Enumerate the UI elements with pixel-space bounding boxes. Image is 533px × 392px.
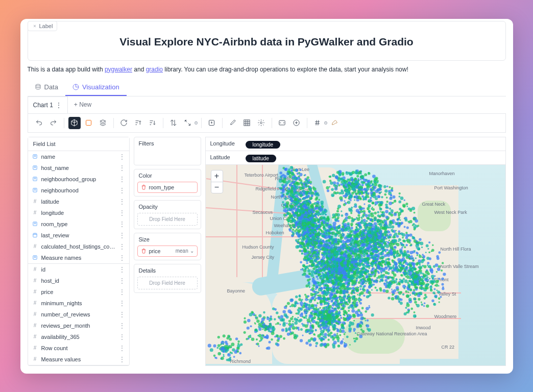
sort-asc-button[interactable] [132, 117, 144, 129]
field-more-icon[interactable]: ⋮ [119, 187, 125, 194]
field-more-icon[interactable]: ⋮ [119, 243, 125, 250]
field-more-icon[interactable]: ⋮ [119, 198, 125, 205]
label-badge-text: Label [39, 23, 53, 29]
field-more-icon[interactable]: ⋮ [119, 232, 125, 239]
category-icon [32, 255, 38, 261]
chart-tab-menu-icon[interactable]: ⋮ [55, 101, 62, 109]
hash-button[interactable] [311, 117, 324, 129]
field-more-icon[interactable]: ⋮ [119, 288, 125, 296]
field-item-measure-names[interactable]: Measure names⋮ [28, 252, 129, 263]
table-button[interactable] [241, 117, 253, 129]
map-canvas[interactable]: + − [206, 165, 505, 365]
remove-icon[interactable] [141, 184, 147, 190]
axis-swap-button[interactable] [167, 117, 180, 129]
field-item-id[interactable]: #id⋮ [28, 264, 129, 275]
resize-button[interactable] [182, 117, 194, 129]
chart-icon [72, 84, 79, 90]
opacity-shelf[interactable]: Opacity Drop Field Here [134, 200, 201, 229]
filters-shelf[interactable]: Filters [134, 137, 201, 165]
zoom-out-button[interactable]: − [211, 182, 223, 193]
field-more-icon[interactable]: ⋮ [119, 164, 125, 172]
field-name: minimum_nights [41, 300, 116, 306]
chart-tab-1[interactable]: Chart 1 ⋮ [28, 96, 68, 113]
caret-icon[interactable]: ⌄ [190, 248, 194, 254]
longitude-shelf[interactable]: Longitude longitude [205, 137, 506, 151]
redo-button[interactable] [47, 117, 60, 129]
field-item-availability-365[interactable]: #availability_365⋮ [28, 331, 129, 342]
field-more-icon[interactable]: ⋮ [119, 254, 125, 261]
lon-pill[interactable]: longitude [246, 141, 281, 149]
field-item-minimum-nights[interactable]: #minimum_nights⋮ [28, 298, 129, 309]
field-item-neighbourhood-group[interactable]: neighbourhood_group⋮ [28, 174, 129, 185]
field-item-calculated-host-listings-count[interactable]: #calculated_host_listings_count⋮ [28, 241, 129, 252]
refresh-button[interactable] [118, 117, 130, 129]
paint-button[interactable] [227, 117, 239, 129]
field-item-last-review[interactable]: last_review⋮ [28, 230, 129, 241]
field-item-price[interactable]: #price⋮ [28, 286, 129, 298]
field-item-number-of-reviews[interactable]: #number_of_reviews⋮ [28, 309, 129, 320]
field-more-icon[interactable]: ⋮ [119, 176, 125, 183]
bird-button[interactable] [329, 117, 341, 129]
field-more-icon[interactable]: ⋮ [119, 333, 125, 340]
add-button[interactable] [290, 117, 303, 129]
field-item-reviews-per-month[interactable]: #reviews_per_month⋮ [28, 320, 129, 331]
code-button[interactable] [276, 117, 288, 129]
field-name: last_review [41, 232, 116, 238]
lat-label: Latitude [206, 151, 243, 164]
field-more-icon[interactable]: ⋮ [119, 153, 125, 160]
size-pill[interactable]: price mean ⌄ [137, 246, 198, 257]
field-more-icon[interactable]: ⋮ [119, 220, 125, 228]
link-gradio[interactable]: gradio [146, 66, 163, 73]
color-pill[interactable]: room_type [137, 182, 198, 193]
field-item-measure-values[interactable]: #Measure values⋮ [28, 354, 129, 365]
remove-icon[interactable] [141, 248, 147, 254]
lat-pill[interactable]: latitude [246, 155, 276, 162]
field-item-name[interactable]: name⋮ [28, 151, 129, 162]
shelves-column: Filters Color room_type Opacity Drop Fie… [134, 137, 201, 366]
resize-settings-icon[interactable]: ⚙ [194, 120, 198, 126]
mark-rect-button[interactable] [83, 117, 95, 129]
settings-button[interactable] [255, 117, 268, 129]
export-button[interactable] [206, 117, 218, 129]
mark-cube-button[interactable] [68, 117, 81, 129]
details-shelf[interactable]: Details Drop Field Here [134, 264, 201, 293]
svg-rect-3 [244, 120, 250, 126]
field-item-host-id[interactable]: #host_id⋮ [28, 275, 129, 286]
field-more-icon[interactable]: ⋮ [119, 300, 125, 307]
zoom-in-button[interactable]: + [211, 170, 223, 182]
field-item-longitude[interactable]: #longitude⋮ [28, 207, 129, 218]
header-card: Label Visual Explore NYC-Airbnb data in … [28, 21, 506, 61]
category-icon [32, 187, 38, 193]
field-more-icon[interactable]: ⋮ [119, 322, 125, 329]
hash-icon: # [32, 311, 38, 317]
size-shelf[interactable]: Size price mean ⌄ [134, 233, 201, 260]
tab-data[interactable]: Data [28, 79, 65, 96]
new-chart-tab[interactable]: + New [68, 97, 98, 112]
field-more-icon[interactable]: ⋮ [119, 356, 125, 363]
field-item-neighbourhood[interactable]: neighbourhood⋮ [28, 185, 129, 196]
color-shelf[interactable]: Color room_type [134, 169, 201, 197]
field-more-icon[interactable]: ⋮ [119, 345, 125, 352]
map-viewport[interactable]: + − [205, 165, 506, 366]
stack-button[interactable] [97, 117, 109, 129]
tab-visualization[interactable]: Visualization [65, 79, 127, 96]
undo-button[interactable] [33, 117, 45, 129]
hash-icon: # [32, 210, 38, 216]
field-item-latitude[interactable]: #latitude⋮ [28, 196, 129, 207]
color-label: Color [134, 169, 201, 182]
latitude-shelf[interactable]: Latitude latitude [205, 151, 506, 165]
field-more-icon[interactable]: ⋮ [119, 311, 125, 318]
field-more-icon[interactable]: ⋮ [119, 209, 125, 216]
field-item-room-type[interactable]: room_type⋮ [28, 218, 129, 230]
scatter-layer [206, 165, 460, 363]
opacity-drop[interactable]: Drop Field Here [137, 213, 198, 226]
field-more-icon[interactable]: ⋮ [119, 277, 125, 284]
hash-settings-icon[interactable]: ⚙ [324, 120, 328, 126]
link-pygwalker[interactable]: pygwalker [105, 66, 132, 73]
field-item-row-count[interactable]: #Row count⋮ [28, 342, 129, 354]
details-drop[interactable]: Drop Field Here [137, 277, 198, 289]
field-more-icon[interactable]: ⋮ [119, 266, 125, 273]
hash-icon: # [32, 356, 38, 362]
field-item-host-name[interactable]: host_name⋮ [28, 162, 129, 174]
sort-desc-button[interactable] [147, 117, 159, 129]
